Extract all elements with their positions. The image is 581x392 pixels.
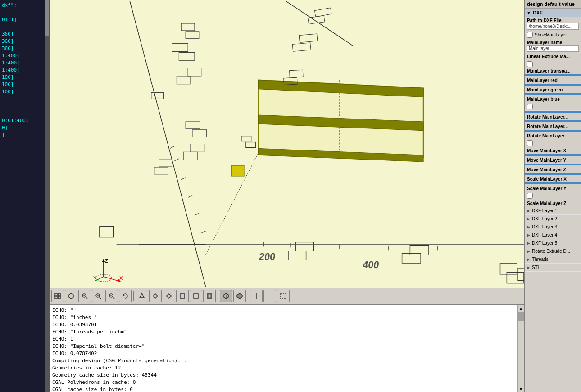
prop-rotate-z-label: Rotate MainLayer... xyxy=(525,132,581,139)
layer-dxf5[interactable]: ▶ DXF Layer 5 xyxy=(525,239,581,247)
show-main-layer-checkbox[interactable] xyxy=(527,32,533,38)
view-left-button[interactable] xyxy=(176,290,189,302)
console-line: ECHO: "Threads per inch=" xyxy=(52,328,515,336)
transparency-checkbox[interactable] xyxy=(527,61,533,67)
svg-rect-8 xyxy=(314,8,331,17)
console-line: ECHO: "" xyxy=(52,307,515,314)
svg-rect-14 xyxy=(190,144,204,152)
zoom-in-button[interactable] xyxy=(92,290,104,302)
code-line: 1:400] xyxy=(2,59,48,67)
prop-move-y-label: Move MainLayer Y xyxy=(525,157,581,164)
console-line: Geometries in cache: 12 xyxy=(52,365,515,372)
svg-text:400: 400 xyxy=(362,259,380,270)
layer-dxf2[interactable]: ▶ DXF Layer 2 xyxy=(525,215,581,223)
svg-rect-7 xyxy=(177,76,190,84)
prop-transparency-row[interactable] xyxy=(525,60,581,68)
prop-scale-y-checkbox-row[interactable] xyxy=(525,192,581,200)
svg-rect-11 xyxy=(292,43,311,51)
layer-dxf2-arrow: ▶ xyxy=(527,216,530,221)
scroll-thumb[interactable] xyxy=(518,312,524,321)
perspective-toggle-button[interactable] xyxy=(51,290,64,302)
view-bottom-button[interactable] xyxy=(163,290,175,302)
code-line xyxy=(2,110,48,117)
svg-marker-70 xyxy=(68,293,74,299)
prop-mainlayer-name-value[interactable]: Main layer xyxy=(527,45,579,52)
layer-dxf4[interactable]: ▶ DXF Layer 4 xyxy=(525,231,581,239)
prop-show-main-layer-row[interactable]: ShowMainLayer xyxy=(525,31,581,39)
code-line xyxy=(2,9,48,16)
view-3d-button[interactable] xyxy=(65,290,77,302)
code-line: 1:400] xyxy=(2,52,48,59)
svg-rect-54 xyxy=(241,136,251,141)
svg-marker-84 xyxy=(153,294,158,298)
view-back-button[interactable] xyxy=(203,290,216,302)
wireframe-button[interactable] xyxy=(220,290,232,302)
layer-threads[interactable]: ▶ Threads xyxy=(525,255,581,264)
view-top-button[interactable] xyxy=(149,290,162,302)
console-line: CGAL cache size in bytes: 0 xyxy=(52,386,515,392)
green-blue-bar xyxy=(525,93,581,95)
code-line xyxy=(2,23,48,31)
layer-dxf1[interactable]: ▶ DXF Layer 1 xyxy=(525,207,581,215)
svg-rect-16 xyxy=(151,93,164,99)
svg-text:200: 200 xyxy=(258,251,276,262)
code-editor[interactable]: dxf"; 01:1] 360] 360] 360] 1:400] 1:400]… xyxy=(0,0,50,392)
rotate-reset-button[interactable] xyxy=(119,290,132,302)
selection-button[interactable] xyxy=(277,290,290,302)
prop-path-value[interactable]: /home/none3/Deskt... xyxy=(527,23,579,30)
svg-rect-22 xyxy=(296,242,314,251)
svg-rect-98 xyxy=(281,293,286,299)
code-line: 0] xyxy=(2,124,48,132)
prop-mainlayer-name-row: MainLayer name Main layer xyxy=(525,39,581,53)
svg-rect-55 xyxy=(290,70,303,77)
crosshair-button[interactable] xyxy=(250,290,263,302)
toolbar-separator-2 xyxy=(218,291,218,301)
rotate-z-checkbox[interactable] xyxy=(527,140,533,146)
layer-rotate-extrude[interactable]: ▶ Rotate Extrude D... xyxy=(525,247,581,255)
prop-rotate-z-checkbox-row[interactable] xyxy=(525,139,581,147)
layer-dxf3[interactable]: ▶ DXF Layer 3 xyxy=(525,223,581,231)
toolbar: ⁞ xyxy=(50,288,524,304)
code-line: 0:01:400] xyxy=(2,117,48,124)
svg-rect-15 xyxy=(183,152,198,160)
axis-indicator: Z X Y xyxy=(92,256,124,283)
code-panel: dxf"; 01:1] 360] 360] 360] 1:400] 1:400]… xyxy=(0,0,50,392)
console-text[interactable]: ECHO: "" ECHO: "inches=" ECHO: 0.0393701… xyxy=(50,305,517,392)
view-perspective-button[interactable] xyxy=(136,290,148,302)
dxf-section-header[interactable]: ▼ DXF xyxy=(525,9,581,17)
layer-dxf3-arrow: ▶ xyxy=(527,224,530,229)
layer-stl[interactable]: ▶ STL xyxy=(525,264,581,272)
prop-path-label: Path to DXF File xyxy=(527,18,579,23)
viewport-3d[interactable]: 200 400 xyxy=(50,0,524,288)
prop-blue-checkbox-row[interactable] xyxy=(525,103,581,111)
toolbar-separator-3 xyxy=(248,291,248,301)
layer-dxf3-label: DXF Layer 3 xyxy=(532,224,557,229)
dxf-arrow-icon: ▼ xyxy=(527,10,531,15)
prop-red-label: MainLayer red xyxy=(525,77,581,84)
layer-dxf2-label: DXF Layer 2 xyxy=(532,216,557,221)
console-line: ECHO: "inches=" xyxy=(52,314,515,321)
svg-line-76 xyxy=(99,297,101,299)
code-line: dxf"; xyxy=(2,2,48,9)
console-line: CGAL Polyhedrons in cache: 0 xyxy=(52,379,515,386)
layer-dxf4-label: DXF Layer 4 xyxy=(532,232,557,237)
svg-text:Z: Z xyxy=(105,258,108,264)
code-line: 100] xyxy=(2,81,48,88)
blue-blue-bar xyxy=(525,111,581,113)
view-front-button[interactable] xyxy=(190,290,202,302)
blue-checkbox[interactable] xyxy=(527,104,533,109)
svg-rect-4 xyxy=(172,44,188,52)
svg-rect-3 xyxy=(186,32,199,39)
prop-green-label: MainLayer green xyxy=(525,87,581,93)
zoom-fit-button[interactable] xyxy=(78,290,91,302)
scale-y-checkbox[interactable] xyxy=(527,193,533,199)
console-scrollbar[interactable]: ▲ ▼ xyxy=(517,305,524,392)
svg-rect-89 xyxy=(194,294,198,298)
svg-marker-94 xyxy=(237,293,242,299)
zoom-out-button[interactable] xyxy=(105,290,118,302)
render-toggle-button[interactable] xyxy=(233,290,246,302)
svg-rect-66 xyxy=(55,293,57,296)
grid-button[interactable]: ⁞ xyxy=(263,290,276,302)
prop-rotate-y-label: Rotate MainLayer... xyxy=(525,123,581,130)
svg-rect-13 xyxy=(192,130,207,137)
